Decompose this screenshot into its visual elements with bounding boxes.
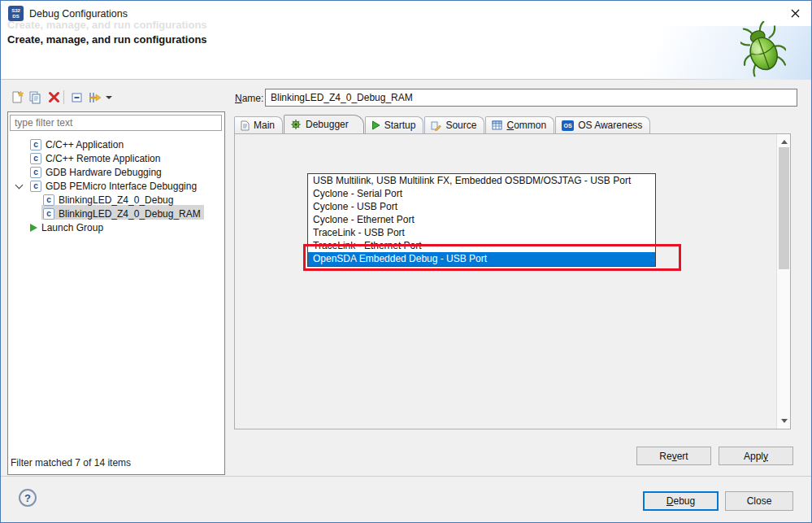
tab-debugger[interactable]: Debugger: [284, 115, 364, 133]
tab-startup[interactable]: Startup: [365, 116, 424, 133]
help-button[interactable]: ?: [19, 489, 37, 507]
tree-item-launch-group[interactable]: Launch Group: [30, 220, 103, 235]
dropdown-option[interactable]: Cyclone - Ethernet Port: [308, 213, 655, 226]
apply-button[interactable]: Apply: [719, 447, 793, 465]
tab-source[interactable]: Source: [424, 116, 484, 133]
common-tab-icon: [492, 120, 502, 130]
main-tab-icon: [241, 120, 250, 131]
duplicate-icon: [28, 90, 42, 104]
tree-item-label: C/C++ Application: [46, 139, 124, 150]
tree-item-label: BlinkingLED_Z4_0_Debug_RAM: [59, 208, 201, 220]
dropdown-option[interactable]: Cyclone - USB Port: [308, 200, 655, 213]
vertical-scrollbar[interactable]: [776, 134, 790, 429]
tab-label: Source: [445, 120, 476, 131]
filter-configurations-button[interactable]: [87, 89, 102, 105]
collapse-all-icon: [71, 91, 84, 104]
tree-expander-icon[interactable]: [16, 182, 22, 188]
os-awareness-tab-icon: OS: [562, 120, 574, 131]
tree-item-cpp-application[interactable]: c C/C++ Application: [30, 137, 124, 152]
tab-bar: Main Debugger Startup Source: [234, 115, 651, 133]
name-label: Name:: [235, 93, 263, 104]
scrollbar-thumb[interactable]: [779, 147, 789, 269]
dropdown-option[interactable]: TraceLink - USB Port: [308, 226, 655, 239]
tree-item-label: C/C++ Remote Application: [46, 153, 160, 164]
revert-button[interactable]: Revert: [636, 447, 711, 465]
debug-configurations-dialog: S32 DS Debug Configurations Create, mana…: [0, 0, 812, 523]
c-file-icon: c: [43, 208, 54, 220]
toolbar-menu-caret-icon[interactable]: [106, 96, 112, 99]
c-file-icon: c: [43, 194, 54, 206]
tree-item-label: BlinkingLED_Z4_0_Debug: [59, 194, 173, 206]
tab-label: Main: [254, 120, 275, 131]
delete-icon: [48, 91, 60, 103]
window-title: Debug Configurations: [29, 8, 128, 20]
apply-label: Apply: [744, 451, 768, 462]
source-tab-icon: [431, 120, 441, 131]
tab-main[interactable]: Main: [234, 116, 283, 133]
tab-label: Startup: [384, 120, 416, 131]
revert-label: Revert: [659, 451, 688, 462]
tree-item-label: Launch Group: [41, 222, 103, 233]
launch-group-icon: [30, 224, 37, 232]
collapse-all-button[interactable]: [69, 89, 85, 105]
c-file-icon: c: [30, 167, 41, 178]
c-file-icon: c: [30, 153, 41, 164]
c-file-icon: c: [30, 139, 41, 150]
debug-label: Debug: [667, 495, 695, 507]
tree-item-blinkingled-debug[interactable]: c BlinkingLED_Z4_0_Debug: [43, 193, 173, 207]
tab-os-awareness[interactable]: OS OS Awareness: [555, 116, 650, 133]
header-title: Create, manage, and run configurations: [7, 33, 207, 46]
close-icon: [791, 9, 800, 18]
close-button[interactable]: Close: [725, 491, 793, 511]
filter-input[interactable]: [10, 115, 222, 131]
tree-item-gdb-pemicro[interactable]: c GDB PEMicro Interface Debugging: [30, 179, 197, 194]
app-icon-text: S32: [8, 8, 24, 14]
tree-item-cpp-remote-application[interactable]: c C/C++ Remote Application: [30, 151, 160, 166]
tab-label: Common: [506, 120, 546, 131]
new-config-icon: [11, 90, 24, 104]
tab-label: Debugger: [306, 119, 349, 130]
scroll-down-icon[interactable]: [781, 419, 788, 423]
dropdown-option[interactable]: USB Multilink, USB Multilink FX, Embedde…: [308, 174, 655, 187]
bug-illustration: [740, 21, 786, 78]
tab-label: OS Awareness: [578, 120, 642, 131]
scroll-up-icon[interactable]: [781, 140, 788, 144]
filter-status-text: Filter matched 7 of 14 items: [11, 457, 131, 469]
name-input[interactable]: [265, 89, 797, 107]
delete-configuration-button[interactable]: [46, 89, 62, 105]
debugger-tab-icon: [290, 119, 302, 130]
tree-item-gdb-hardware-debugging[interactable]: c GDB Hardware Debugging: [30, 165, 162, 180]
debug-button[interactable]: Debug: [643, 491, 719, 511]
tab-common[interactable]: Common: [485, 116, 554, 133]
new-configuration-button[interactable]: [10, 89, 25, 105]
tree-item-blinkingled-debug-ram[interactable]: c BlinkingLED_Z4_0_Debug_RAM: [43, 207, 201, 221]
duplicate-configuration-button[interactable]: [28, 89, 43, 105]
toolbar-separator: [63, 90, 64, 104]
startup-tab-icon: [371, 120, 380, 130]
dropdown-option[interactable]: Cyclone - Serial Port: [308, 187, 655, 200]
tree-item-label: GDB Hardware Debugging: [46, 167, 162, 178]
filter-icon: [88, 91, 102, 104]
tree-item-label: GDB PEMicro Interface Debugging: [46, 181, 197, 192]
footer-separator: [1, 476, 812, 477]
c-file-icon: c: [30, 181, 41, 192]
red-annotation-rectangle: [303, 244, 681, 271]
header-title-artifact: Create, manage, and run configurations: [7, 19, 207, 31]
